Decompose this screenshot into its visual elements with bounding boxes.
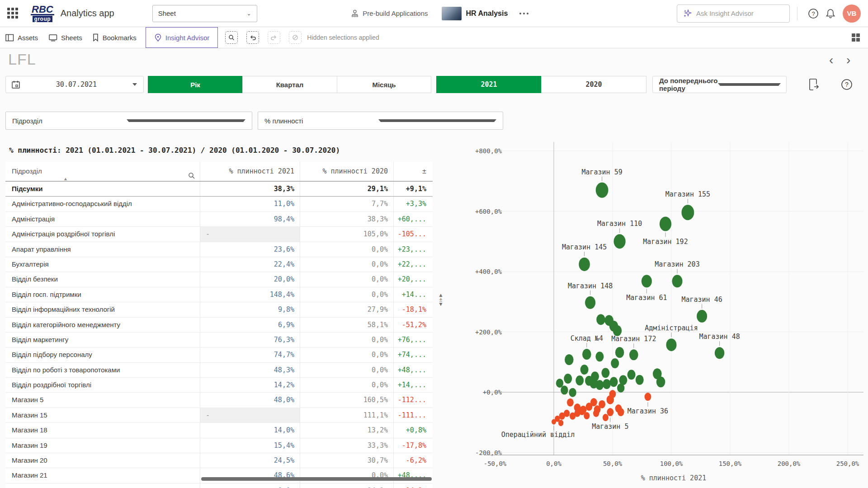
help-button[interactable]: ? <box>806 6 821 21</box>
data-point[interactable] <box>584 412 590 419</box>
data-point[interactable] <box>629 349 638 360</box>
data-point[interactable] <box>715 347 724 359</box>
column-header-department[interactable]: Підрозділ ▲ <box>5 162 200 181</box>
sheet-help-button[interactable]: ? <box>840 78 854 93</box>
data-point[interactable] <box>585 296 595 309</box>
period-button-quarter[interactable]: Квартал <box>242 76 337 93</box>
table-row[interactable]: Відділ категорійного менеджменту6,9%58,1… <box>5 318 433 333</box>
data-point[interactable] <box>595 352 604 361</box>
table-row[interactable]: Магазин 240,0%14,1%-14,1% <box>5 483 433 488</box>
dimension-select[interactable]: Підрозділ <box>5 112 252 130</box>
table-row[interactable]: Відділ по роботі з товаропотоками48,3%0,… <box>5 363 433 378</box>
year-button-2021[interactable]: 2021 <box>436 76 542 93</box>
measure-select[interactable]: % плинності <box>258 112 503 130</box>
data-point[interactable] <box>601 368 609 378</box>
data-point[interactable] <box>596 183 609 198</box>
data-point[interactable] <box>591 371 599 381</box>
bookmarks-button[interactable]: Bookmarks <box>92 33 137 42</box>
insight-advisor-button[interactable]: Insight Advisor <box>146 27 218 48</box>
horizontal-scrollbar[interactable] <box>201 477 432 481</box>
data-point[interactable] <box>697 310 707 323</box>
data-point[interactable] <box>615 347 624 358</box>
data-point[interactable] <box>656 376 665 387</box>
data-point[interactable] <box>642 275 652 287</box>
data-point[interactable] <box>565 354 574 365</box>
table-row[interactable]: Магазин 2148,6%0,0%+48,... <box>5 468 433 483</box>
data-point[interactable] <box>666 338 677 351</box>
data-point[interactable] <box>627 370 636 380</box>
table-row[interactable]: Магазин 15-111,1%-111... <box>5 408 433 423</box>
current-app[interactable]: HR Analysis <box>442 7 508 20</box>
compare-mode-dropdown[interactable]: До попереднього періоду <box>652 76 787 93</box>
step-back-button[interactable] <box>246 31 259 44</box>
data-point[interactable] <box>636 375 644 385</box>
user-avatar[interactable]: VB <box>843 5 861 23</box>
column-header-2020[interactable]: % плинності 2020 <box>300 162 393 181</box>
table-row[interactable]: Магазин 1814,0%13,2%+0,8% <box>5 423 433 438</box>
period-button-month[interactable]: Місяць <box>337 76 431 93</box>
column-search-icon[interactable] <box>188 168 195 181</box>
selections-tool-button[interactable] <box>807 78 820 93</box>
data-point[interactable] <box>617 384 624 393</box>
data-point[interactable] <box>609 390 616 398</box>
data-point[interactable] <box>567 399 574 407</box>
data-point[interactable] <box>556 379 563 388</box>
table-row[interactable]: Відділ інформаційних технологій9,8%27,9%… <box>5 302 433 317</box>
previous-sheet-button[interactable]: ‹ <box>829 52 833 68</box>
data-point[interactable] <box>611 358 619 368</box>
data-point[interactable] <box>603 379 611 389</box>
data-point[interactable] <box>603 414 609 421</box>
data-point[interactable] <box>660 217 671 231</box>
next-sheet-button[interactable]: › <box>846 52 850 68</box>
data-point[interactable] <box>582 349 591 360</box>
scatter-chart[interactable]: +800,0%+600,0%+400,0%+200,0%+0,0%-200,0%… <box>434 136 868 488</box>
app-launcher-icon[interactable] <box>7 8 19 19</box>
sheet-selector-dropdown[interactable]: Sheet ⌄ <box>152 5 257 22</box>
data-point[interactable] <box>590 398 597 406</box>
column-header-diff[interactable]: ± <box>393 162 433 181</box>
data-point[interactable] <box>579 258 590 271</box>
data-point[interactable] <box>607 408 613 416</box>
table-row[interactable]: Відділ маркетингу76,3%0,0%+76,... <box>5 333 433 347</box>
table-row[interactable]: Відділ безпеки20,0%0,0%+20,... <box>5 272 433 287</box>
period-button-year[interactable]: Рік <box>148 76 243 93</box>
smart-search-button[interactable] <box>225 31 238 44</box>
data-point[interactable] <box>564 410 570 417</box>
table-row[interactable]: Магазин 1915,4%33,3%-17,8% <box>5 438 433 453</box>
data-point[interactable] <box>613 325 622 336</box>
data-point[interactable] <box>593 410 599 417</box>
sheets-button[interactable]: Sheets <box>49 34 82 42</box>
table-row[interactable]: Адміністративно-господарський відділ11,0… <box>5 197 433 211</box>
data-point[interactable] <box>618 408 624 416</box>
data-point[interactable] <box>596 314 605 325</box>
table-row[interactable]: Відділ госп. підтримки148,4%0,0%+14... <box>5 287 433 302</box>
table-row[interactable]: Апарат управління23,6%0,0%+23,... <box>5 242 433 257</box>
table-row[interactable]: Магазин 548,0%160,5%-112... <box>5 393 433 408</box>
prebuild-applications-link[interactable]: Pre-build Applications <box>351 9 428 18</box>
data-point[interactable] <box>614 234 626 249</box>
data-point[interactable] <box>645 393 651 401</box>
table-row[interactable]: Відділ роздрібної торгівлі14,2%0,0%+14,.… <box>5 378 433 393</box>
data-point[interactable] <box>595 380 604 390</box>
sheet-overview-icon[interactable] <box>852 33 860 42</box>
data-point[interactable] <box>580 365 589 375</box>
data-point[interactable] <box>558 420 563 426</box>
data-point[interactable] <box>569 388 576 397</box>
more-menu-icon[interactable] <box>517 10 531 17</box>
column-header-2021[interactable]: % плинності 2021 <box>200 162 300 181</box>
table-row[interactable]: Магазин 2024,5%30,7%-6,2% <box>5 453 433 468</box>
table-row[interactable]: Відділ підбору персоналу74,7%0,0%+74,... <box>5 347 433 362</box>
data-point[interactable] <box>682 205 694 220</box>
data-point[interactable] <box>561 385 568 394</box>
table-row[interactable]: Бухгалтерія22,4%0,0%+22,... <box>5 257 433 272</box>
data-point[interactable] <box>599 400 605 408</box>
data-point[interactable] <box>564 374 572 384</box>
insight-advisor-search-input[interactable]: Ask Insight Advisor <box>677 5 790 23</box>
data-point[interactable] <box>610 377 618 387</box>
year-button-2020[interactable]: 2020 <box>541 76 646 93</box>
assets-button[interactable]: Assets <box>5 34 38 42</box>
table-row[interactable]: Адміністрація98,4%38,3%+60,... <box>5 212 433 227</box>
data-point[interactable] <box>576 375 584 385</box>
notifications-button[interactable] <box>823 6 838 21</box>
data-point[interactable] <box>672 275 683 287</box>
